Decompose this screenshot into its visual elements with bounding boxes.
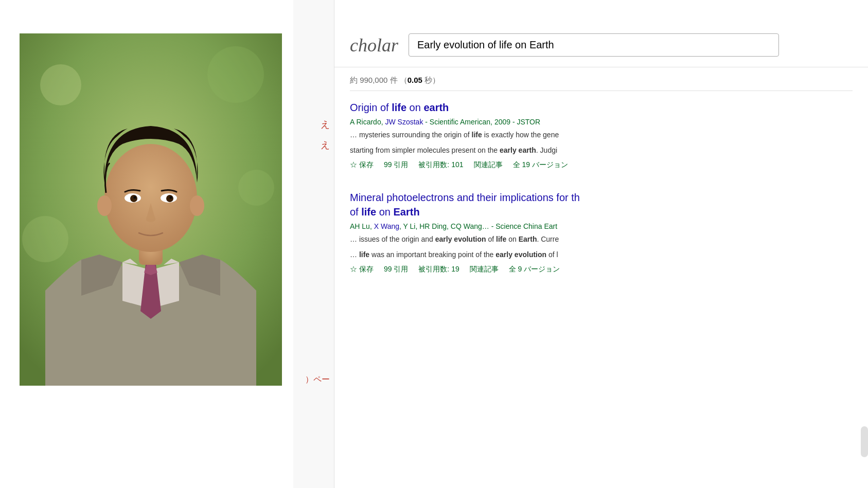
main-content: cholar 約 990,000 件 （0.05 秒） Origin of li… bbox=[334, 0, 868, 488]
cited-by-1[interactable]: 被引用数: 101 bbox=[418, 160, 463, 170]
scrollbar[interactable] bbox=[861, 426, 868, 457]
svg-point-3 bbox=[238, 170, 274, 206]
result-actions-1: ☆ 保存 99 引用 被引用数: 101 関連記事 全 19 バージョン bbox=[350, 160, 813, 170]
scholar-header: cholar bbox=[350, 33, 853, 57]
versions-1[interactable]: 全 19 バージョン bbox=[513, 160, 568, 170]
svg-point-1 bbox=[40, 64, 81, 105]
result-item-1: Origin of life on earth A Ricardo, JW Sz… bbox=[350, 100, 813, 170]
result-title-2-bold-earth: Earth bbox=[394, 206, 420, 218]
result-snippet-1a: … mysteries surrounding the origin of li… bbox=[350, 129, 813, 140]
sidebar-bottom: ）ペー bbox=[305, 374, 330, 385]
count-time-unit: 秒） bbox=[422, 76, 440, 84]
result-author-link-1[interactable]: JW Szostak bbox=[385, 118, 423, 126]
result-snippet-2a: … issues of the origin and early evoluti… bbox=[350, 233, 813, 245]
result-title-2-bold-life: life bbox=[361, 206, 376, 218]
related-1[interactable]: 関連記事 bbox=[474, 160, 503, 170]
left-sidebar-partial: え え ）ペー bbox=[293, 0, 334, 488]
related-2[interactable]: 関連記事 bbox=[470, 265, 499, 274]
sidebar-item-2: え bbox=[321, 139, 330, 151]
result-item-2: Mineral photoelectrons and their implica… bbox=[350, 190, 813, 274]
cite-button-2[interactable]: 99 引用 bbox=[384, 265, 408, 274]
result-title-1-bold-earth: earth bbox=[423, 102, 449, 113]
versions-2[interactable]: 全 9 バージョン bbox=[509, 265, 560, 274]
result-actions-2: ☆ 保存 99 引用 被引用数: 19 関連記事 全 9 バージョン bbox=[350, 265, 813, 274]
result-title-2[interactable]: Mineral photoelectrons and their implica… bbox=[350, 190, 813, 219]
count-number: 約 990,000 件 bbox=[350, 76, 398, 84]
svg-point-12 bbox=[170, 196, 172, 199]
svg-point-9 bbox=[130, 195, 137, 202]
save-button-2[interactable]: ☆ 保存 bbox=[350, 265, 374, 274]
svg-point-2 bbox=[207, 46, 264, 103]
cited-by-2[interactable]: 被引用数: 19 bbox=[418, 265, 459, 274]
results-list: Origin of life on earth A Ricardo, JW Sz… bbox=[334, 95, 868, 300]
svg-point-10 bbox=[166, 195, 173, 202]
portrait-photo bbox=[20, 33, 282, 386]
results-count: 約 990,000 件 （0.05 秒） bbox=[334, 67, 868, 85]
portrait-svg bbox=[20, 33, 282, 386]
result-author-link-2[interactable]: X Wang bbox=[374, 222, 399, 230]
result-snippet-1b: starting from simpler molecules present … bbox=[350, 144, 813, 156]
count-time-value: 0.05 bbox=[408, 76, 422, 84]
cite-button-1[interactable]: 99 引用 bbox=[384, 160, 408, 170]
svg-point-11 bbox=[134, 196, 136, 199]
right-panel: え え ）ペー cholar 約 990,000 件 （0.05 秒） Orig… bbox=[293, 0, 868, 488]
results-divider bbox=[350, 91, 853, 91]
svg-point-4 bbox=[22, 216, 68, 262]
result-authors-1: A Ricardo, JW Szostak - Scientific Ameri… bbox=[350, 118, 813, 126]
count-time-open: （ bbox=[400, 76, 408, 84]
search-input[interactable] bbox=[409, 33, 779, 57]
scholar-logo: cholar bbox=[350, 34, 398, 56]
result-snippet-2b: … life was an important breaking point o… bbox=[350, 249, 813, 260]
save-button-1[interactable]: ☆ 保存 bbox=[350, 160, 374, 170]
search-area: cholar bbox=[334, 0, 868, 67]
result-title-1[interactable]: Origin of life on earth bbox=[350, 100, 813, 115]
svg-point-14 bbox=[190, 195, 204, 216]
result-title-1-bold-life: life bbox=[392, 102, 406, 113]
photo-panel bbox=[0, 0, 293, 488]
sidebar-item-1: え bbox=[321, 118, 330, 131]
svg-point-13 bbox=[97, 195, 112, 216]
result-authors-2: AH Lu, X Wang, Y Li, HR Ding, CQ Wang… -… bbox=[350, 222, 813, 230]
